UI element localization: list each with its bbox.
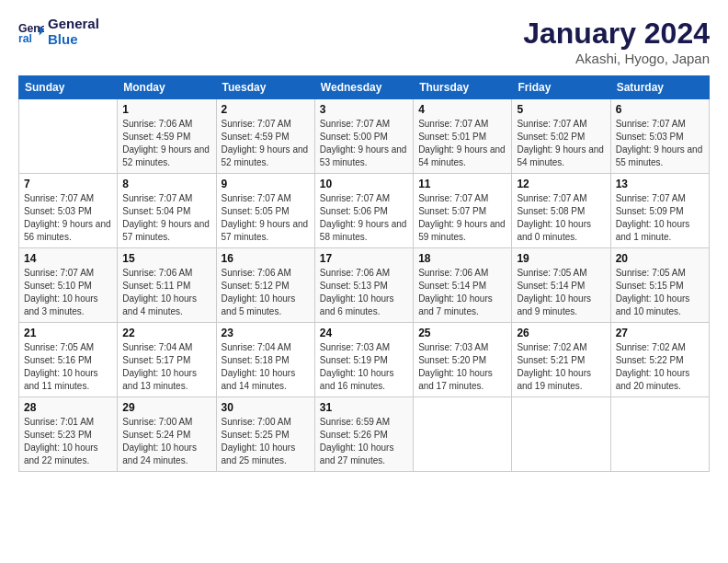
day-detail: Sunrise: 7:07 AMSunset: 5:00 PMDaylight:… bbox=[320, 118, 408, 169]
day-detail: Sunrise: 7:03 AMSunset: 5:20 PMDaylight:… bbox=[418, 341, 506, 393]
day-number: 17 bbox=[320, 252, 408, 265]
calendar-cell bbox=[414, 397, 512, 472]
calendar-cell: 14Sunrise: 7:07 AMSunset: 5:10 PMDayligh… bbox=[19, 248, 118, 323]
day-number: 2 bbox=[222, 103, 310, 116]
day-number: 16 bbox=[222, 252, 310, 265]
day-number: 4 bbox=[418, 103, 506, 116]
day-detail: Sunrise: 7:06 AMSunset: 5:13 PMDaylight:… bbox=[320, 267, 408, 318]
week-row-2: 7Sunrise: 7:07 AMSunset: 5:03 PMDaylight… bbox=[19, 174, 710, 248]
calendar-cell: 6Sunrise: 7:07 AMSunset: 5:03 PMDaylight… bbox=[610, 99, 709, 174]
day-detail: Sunrise: 6:59 AMSunset: 5:26 PMDaylight:… bbox=[320, 416, 408, 467]
calendar-cell: 30Sunrise: 7:00 AMSunset: 5:25 PMDayligh… bbox=[216, 397, 314, 472]
calendar-cell: 2Sunrise: 7:07 AMSunset: 4:59 PMDaylight… bbox=[216, 99, 314, 174]
calendar-cell: 22Sunrise: 7:04 AMSunset: 5:17 PMDayligh… bbox=[118, 323, 216, 397]
day-detail: Sunrise: 7:05 AMSunset: 5:16 PMDaylight:… bbox=[24, 341, 112, 393]
weekday-header-tuesday: Tuesday bbox=[216, 76, 314, 99]
day-detail: Sunrise: 7:01 AMSunset: 5:23 PMDaylight:… bbox=[24, 416, 112, 467]
calendar-cell: 1Sunrise: 7:06 AMSunset: 4:59 PMDaylight… bbox=[118, 99, 216, 174]
calendar-cell: 24Sunrise: 7:03 AMSunset: 5:19 PMDayligh… bbox=[314, 323, 413, 397]
logo: Gene ral General Blue bbox=[18, 17, 99, 47]
week-row-3: 14Sunrise: 7:07 AMSunset: 5:10 PMDayligh… bbox=[19, 248, 710, 323]
calendar-cell: 29Sunrise: 7:00 AMSunset: 5:24 PMDayligh… bbox=[118, 397, 216, 472]
calendar-page: Gene ral General Blue January 2024 Akash… bbox=[0, 0, 728, 563]
title-block: January 2024 Akashi, Hyogo, Japan bbox=[523, 17, 710, 66]
logo-text-block: General Blue bbox=[48, 17, 99, 47]
day-detail: Sunrise: 7:07 AMSunset: 5:03 PMDaylight:… bbox=[24, 192, 112, 244]
weekday-header-sunday: Sunday bbox=[19, 76, 118, 99]
calendar-cell: 28Sunrise: 7:01 AMSunset: 5:23 PMDayligh… bbox=[19, 397, 118, 472]
day-number: 9 bbox=[222, 178, 310, 190]
calendar-cell: 8Sunrise: 7:07 AMSunset: 5:04 PMDaylight… bbox=[118, 174, 216, 248]
day-number: 27 bbox=[616, 327, 704, 339]
day-detail: Sunrise: 7:07 AMSunset: 5:02 PMDaylight:… bbox=[517, 118, 605, 169]
day-number: 8 bbox=[122, 178, 210, 190]
day-detail: Sunrise: 7:07 AMSunset: 5:01 PMDaylight:… bbox=[418, 118, 506, 169]
day-detail: Sunrise: 7:04 AMSunset: 5:17 PMDaylight:… bbox=[122, 341, 210, 393]
week-row-5: 28Sunrise: 7:01 AMSunset: 5:23 PMDayligh… bbox=[19, 397, 710, 472]
day-detail: Sunrise: 7:07 AMSunset: 5:08 PMDaylight:… bbox=[517, 192, 605, 244]
day-detail: Sunrise: 7:07 AMSunset: 5:05 PMDaylight:… bbox=[222, 192, 310, 244]
day-number: 7 bbox=[24, 178, 112, 190]
calendar-cell: 26Sunrise: 7:02 AMSunset: 5:21 PMDayligh… bbox=[512, 323, 610, 397]
day-number: 5 bbox=[517, 103, 605, 116]
day-detail: Sunrise: 7:06 AMSunset: 5:14 PMDaylight:… bbox=[418, 267, 506, 318]
calendar-table: SundayMondayTuesdayWednesdayThursdayFrid… bbox=[18, 75, 710, 472]
day-detail: Sunrise: 7:05 AMSunset: 5:14 PMDaylight:… bbox=[517, 267, 605, 318]
day-detail: Sunrise: 7:00 AMSunset: 5:25 PMDaylight:… bbox=[222, 416, 310, 467]
header: Gene ral General Blue January 2024 Akash… bbox=[18, 17, 710, 66]
day-number: 12 bbox=[517, 178, 605, 190]
day-detail: Sunrise: 7:03 AMSunset: 5:19 PMDaylight:… bbox=[320, 341, 408, 393]
calendar-cell: 3Sunrise: 7:07 AMSunset: 5:00 PMDaylight… bbox=[314, 99, 413, 174]
calendar-cell: 4Sunrise: 7:07 AMSunset: 5:01 PMDaylight… bbox=[414, 99, 512, 174]
calendar-cell: 15Sunrise: 7:06 AMSunset: 5:11 PMDayligh… bbox=[118, 248, 216, 323]
calendar-cell: 13Sunrise: 7:07 AMSunset: 5:09 PMDayligh… bbox=[610, 174, 709, 248]
calendar-cell: 25Sunrise: 7:03 AMSunset: 5:20 PMDayligh… bbox=[414, 323, 512, 397]
calendar-cell: 23Sunrise: 7:04 AMSunset: 5:18 PMDayligh… bbox=[216, 323, 314, 397]
day-detail: Sunrise: 7:07 AMSunset: 5:04 PMDaylight:… bbox=[122, 192, 210, 244]
calendar-cell: 12Sunrise: 7:07 AMSunset: 5:08 PMDayligh… bbox=[512, 174, 610, 248]
day-number: 29 bbox=[122, 401, 210, 414]
calendar-cell: 21Sunrise: 7:05 AMSunset: 5:16 PMDayligh… bbox=[19, 323, 118, 397]
calendar-cell: 27Sunrise: 7:02 AMSunset: 5:22 PMDayligh… bbox=[610, 323, 709, 397]
day-number: 30 bbox=[222, 401, 310, 414]
day-number: 20 bbox=[616, 252, 704, 265]
day-detail: Sunrise: 7:02 AMSunset: 5:22 PMDaylight:… bbox=[616, 341, 704, 393]
calendar-cell: 5Sunrise: 7:07 AMSunset: 5:02 PMDaylight… bbox=[512, 99, 610, 174]
calendar-cell bbox=[19, 99, 118, 174]
calendar-cell bbox=[610, 397, 709, 472]
calendar-cell bbox=[512, 397, 610, 472]
week-row-4: 21Sunrise: 7:05 AMSunset: 5:16 PMDayligh… bbox=[19, 323, 710, 397]
day-number: 11 bbox=[418, 178, 506, 190]
day-number: 14 bbox=[24, 252, 112, 265]
day-detail: Sunrise: 7:06 AMSunset: 4:59 PMDaylight:… bbox=[122, 118, 210, 169]
day-number: 28 bbox=[24, 401, 112, 414]
day-number: 1 bbox=[122, 103, 210, 116]
calendar-cell: 10Sunrise: 7:07 AMSunset: 5:06 PMDayligh… bbox=[314, 174, 413, 248]
calendar-cell: 16Sunrise: 7:06 AMSunset: 5:12 PMDayligh… bbox=[216, 248, 314, 323]
logo-icon: Gene ral bbox=[18, 19, 44, 45]
logo-blue: Blue bbox=[48, 32, 99, 48]
weekday-header-thursday: Thursday bbox=[414, 76, 512, 99]
day-number: 23 bbox=[222, 327, 310, 339]
day-number: 24 bbox=[320, 327, 408, 339]
calendar-cell: 18Sunrise: 7:06 AMSunset: 5:14 PMDayligh… bbox=[414, 248, 512, 323]
day-number: 15 bbox=[122, 252, 210, 265]
day-detail: Sunrise: 7:07 AMSunset: 5:09 PMDaylight:… bbox=[616, 192, 704, 244]
svg-text:ral: ral bbox=[18, 31, 32, 44]
weekday-header-friday: Friday bbox=[512, 76, 610, 99]
day-number: 26 bbox=[517, 327, 605, 339]
day-number: 3 bbox=[320, 103, 408, 116]
month-title: January 2024 bbox=[523, 17, 710, 51]
day-detail: Sunrise: 7:02 AMSunset: 5:21 PMDaylight:… bbox=[517, 341, 605, 393]
day-number: 13 bbox=[616, 178, 704, 190]
header-row: SundayMondayTuesdayWednesdayThursdayFrid… bbox=[19, 76, 710, 99]
day-detail: Sunrise: 7:04 AMSunset: 5:18 PMDaylight:… bbox=[222, 341, 310, 393]
weekday-header-saturday: Saturday bbox=[610, 76, 709, 99]
day-detail: Sunrise: 7:07 AMSunset: 5:10 PMDaylight:… bbox=[24, 267, 112, 318]
calendar-cell: 7Sunrise: 7:07 AMSunset: 5:03 PMDaylight… bbox=[19, 174, 118, 248]
calendar-cell: 31Sunrise: 6:59 AMSunset: 5:26 PMDayligh… bbox=[314, 397, 413, 472]
calendar-cell: 20Sunrise: 7:05 AMSunset: 5:15 PMDayligh… bbox=[610, 248, 709, 323]
day-detail: Sunrise: 7:07 AMSunset: 5:06 PMDaylight:… bbox=[320, 192, 408, 244]
day-detail: Sunrise: 7:05 AMSunset: 5:15 PMDaylight:… bbox=[616, 267, 704, 318]
calendar-cell: 11Sunrise: 7:07 AMSunset: 5:07 PMDayligh… bbox=[414, 174, 512, 248]
